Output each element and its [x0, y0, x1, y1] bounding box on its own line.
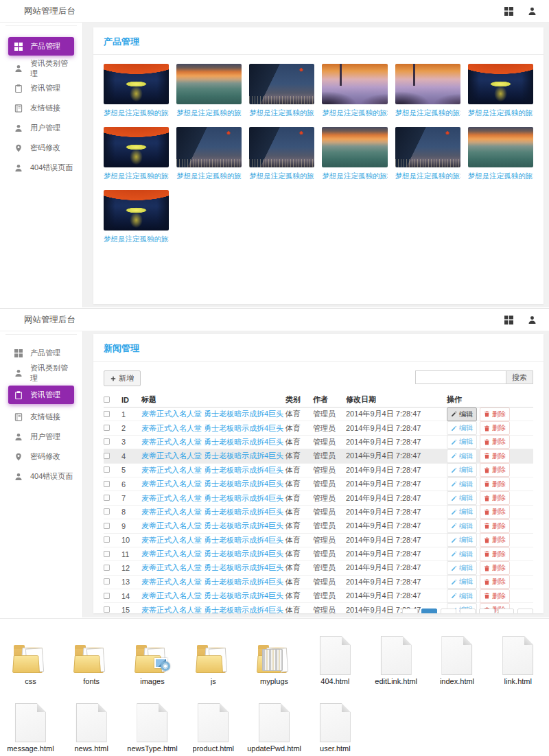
delete-button[interactable]: 删除 [480, 589, 510, 603]
edit-button[interactable]: 编辑 [447, 533, 477, 547]
row-checkbox[interactable] [104, 536, 110, 543]
product-image[interactable] [468, 127, 533, 167]
product-caption[interactable]: 梦想是注定孤独的旅程 [176, 172, 242, 181]
product-caption[interactable]: 梦想是注定孤独的旅程 [322, 108, 387, 118]
product-image[interactable] [176, 127, 242, 167]
news-title-link[interactable]: 麦蒂正式入名人堂 勇士老板暗示成拆4巨头 [141, 563, 285, 573]
product-image[interactable] [104, 127, 169, 167]
sidebar-item[interactable]: 密码修改 [8, 141, 74, 155]
edit-button[interactable]: 编辑 [447, 477, 477, 491]
file-item[interactable]: newsType.html [122, 687, 183, 755]
product-image[interactable] [468, 64, 533, 104]
product-image[interactable] [249, 127, 314, 167]
sidebar-item[interactable]: 友情链接 [8, 101, 74, 115]
product-image[interactable] [395, 64, 460, 104]
row-checkbox[interactable] [104, 466, 110, 473]
edit-button[interactable]: 编辑 [447, 505, 477, 519]
sidebar-item[interactable]: 资讯管理 [8, 81, 74, 95]
edit-button[interactable]: 编辑 [447, 449, 477, 463]
delete-button[interactable]: 删除 [480, 421, 510, 435]
row-checkbox[interactable] [104, 523, 110, 529]
edit-button[interactable]: 编辑 [447, 547, 477, 561]
news-title-link[interactable]: 麦蒂正式入名人堂 勇士老板暗示成拆4巨头 [141, 605, 285, 613]
product-image[interactable] [104, 64, 169, 104]
row-checkbox[interactable] [104, 593, 110, 599]
page-button[interactable] [402, 609, 418, 613]
user-icon[interactable] [528, 7, 537, 16]
sidebar-item[interactable]: 资讯管理 [8, 386, 74, 404]
delete-button[interactable]: 删除 [480, 505, 510, 519]
news-title-link[interactable]: 麦蒂正式入名人堂 勇士老板暗示成拆4巨头 [141, 493, 285, 504]
delete-button[interactable]: 删除 [480, 449, 510, 463]
product-image[interactable] [249, 64, 314, 104]
row-checkbox[interactable] [104, 453, 110, 459]
sidebar-item[interactable]: 友情链接 [8, 410, 74, 424]
news-title-link[interactable]: 麦蒂正式入名人堂 勇士老板暗示成拆4巨头 [141, 437, 285, 447]
row-checkbox[interactable] [104, 508, 110, 515]
file-item[interactable]: product.html [183, 687, 244, 755]
product-image[interactable] [395, 127, 460, 167]
file-item[interactable]: user.html [305, 687, 366, 755]
delete-button[interactable]: 删除 [480, 477, 510, 491]
edit-button[interactable]: 编辑 [447, 519, 477, 533]
product-image[interactable] [322, 127, 387, 167]
page-button[interactable] [421, 609, 437, 613]
page-button[interactable] [517, 609, 533, 613]
delete-button[interactable]: 删除 [480, 407, 510, 421]
search-button[interactable]: 搜索 [506, 370, 533, 384]
product-caption[interactable]: 梦想是注定孤独的旅程 [395, 108, 460, 118]
folder-item[interactable]: css [0, 620, 61, 687]
sidebar-item[interactable]: 用户管理 [8, 429, 74, 444]
news-title-link[interactable]: 麦蒂正式入名人堂 勇士老板暗示成拆4巨头 [141, 521, 285, 531]
apps-grid-icon[interactable] [504, 7, 513, 16]
product-image[interactable] [176, 64, 242, 104]
product-caption[interactable]: 梦想是注定孤独的旅程 [104, 172, 169, 181]
row-checkbox[interactable] [104, 438, 110, 445]
folder-item[interactable]: images [122, 620, 183, 687]
folder-item[interactable]: myplugs [244, 620, 305, 687]
file-item[interactable]: 404.html [305, 620, 366, 687]
user-icon[interactable] [528, 316, 537, 324]
product-caption[interactable]: 梦想是注定孤独的旅程 [249, 172, 314, 181]
page-button[interactable] [460, 609, 476, 613]
product-caption[interactable]: 梦想是注定孤独的旅程 [249, 108, 314, 118]
page-button[interactable] [498, 609, 514, 613]
product-image[interactable] [104, 190, 169, 231]
edit-button[interactable]: 编辑 [447, 561, 477, 575]
row-checkbox[interactable] [104, 495, 110, 501]
product-caption[interactable]: 梦想是注定孤独的旅程 [104, 235, 169, 244]
news-title-link[interactable]: 麦蒂正式入名人堂 勇士老板暗示成拆4巨头 [141, 549, 285, 559]
row-checkbox[interactable] [104, 551, 110, 557]
file-item[interactable]: index.html [427, 620, 488, 687]
delete-button[interactable]: 删除 [480, 463, 510, 477]
sidebar-item[interactable]: 404错误页面 [8, 161, 74, 175]
product-caption[interactable]: 梦想是注定孤独的旅程 [395, 172, 460, 181]
news-title-link[interactable]: 麦蒂正式入名人堂 勇士老板暗示成拆4巨头 [141, 507, 285, 517]
folder-item[interactable]: fonts [61, 620, 122, 687]
sidebar-item[interactable]: 资讯类别管理 [8, 61, 74, 75]
edit-button[interactable]: 编辑 [447, 435, 477, 449]
edit-button[interactable]: 编辑 [447, 421, 477, 435]
search-input[interactable] [415, 370, 506, 384]
sidebar-item[interactable]: 密码修改 [8, 449, 74, 464]
news-title-link[interactable]: 麦蒂正式入名人堂 勇士老板暗示成拆4巨头 [141, 409, 285, 419]
delete-button[interactable]: 删除 [480, 435, 510, 449]
apps-grid-icon[interactable] [504, 316, 513, 324]
add-new-button[interactable]: 新增 [104, 370, 141, 386]
product-caption[interactable]: 梦想是注定孤独的旅程 [322, 172, 387, 181]
delete-button[interactable]: 删除 [480, 547, 510, 561]
sidebar-item[interactable]: 用户管理 [8, 121, 74, 135]
file-item[interactable]: message.html [0, 687, 61, 755]
row-checkbox[interactable] [104, 425, 110, 431]
news-title-link[interactable]: 麦蒂正式入名人堂 勇士老板暗示成拆4巨头 [141, 451, 285, 461]
page-button[interactable] [441, 609, 456, 613]
row-checkbox[interactable] [104, 606, 110, 613]
row-checkbox[interactable] [104, 565, 110, 571]
row-checkbox[interactable] [104, 578, 110, 584]
row-checkbox[interactable] [104, 411, 110, 417]
news-title-link[interactable]: 麦蒂正式入名人堂 勇士老板暗示成拆4巨头 [141, 577, 285, 587]
select-all-checkbox[interactable] [104, 397, 110, 403]
news-title-link[interactable]: 麦蒂正式入名人堂 勇士老板暗示成拆4巨头 [141, 591, 285, 601]
news-title-link[interactable]: 麦蒂正式入名人堂 勇士老板暗示成拆4巨头 [141, 535, 285, 545]
row-checkbox[interactable] [104, 481, 110, 487]
